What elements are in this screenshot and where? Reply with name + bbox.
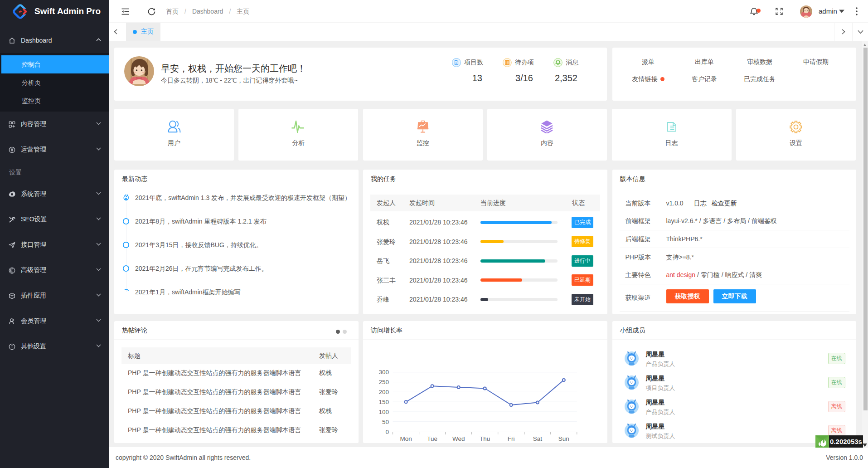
svg-text:Thu: Thu	[480, 435, 490, 442]
svg-text:Sun: Sun	[558, 435, 569, 442]
svg-text:Wed: Wed	[452, 435, 465, 442]
svg-text:150: 150	[378, 399, 389, 405]
svg-text:100: 100	[378, 409, 389, 415]
svg-text:Sat: Sat	[533, 435, 543, 442]
svg-text:0: 0	[385, 429, 389, 435]
svg-text:Mon: Mon	[400, 435, 412, 442]
svg-text:250: 250	[378, 379, 389, 385]
svg-text:50: 50	[382, 419, 389, 425]
svg-text:300: 300	[378, 369, 389, 375]
svg-text:200: 200	[378, 389, 389, 395]
svg-text:Tue: Tue	[427, 435, 437, 442]
svg-text:Fri: Fri	[508, 435, 515, 442]
